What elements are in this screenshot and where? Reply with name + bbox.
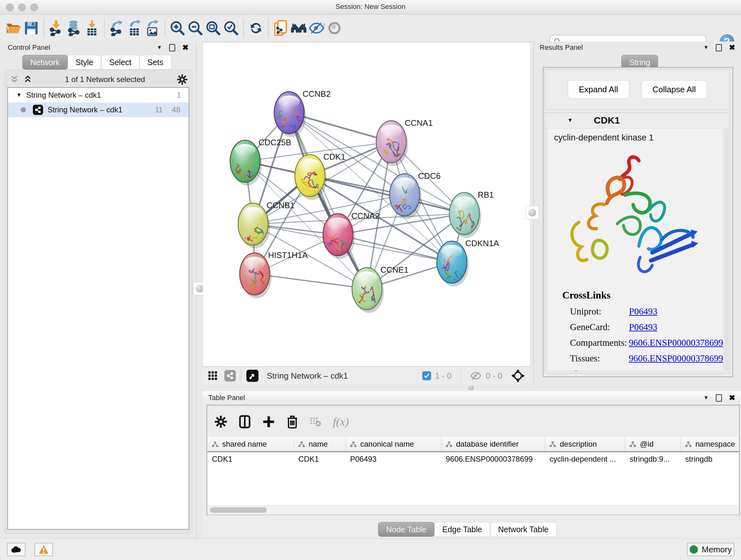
selected-nodes-checkbox[interactable] [422,371,431,380]
node-CCNA2[interactable]: CCNA2 [323,211,380,259]
panel-collapse-icon[interactable]: ▼ [157,44,162,51]
node-CDKN1A[interactable]: CDKN1A [437,239,499,287]
crosslinks-title: CrossLinks [562,290,723,301]
control-tab-network[interactable]: Network [22,55,68,70]
export-image-button[interactable] [144,19,161,37]
show-columns-icon[interactable] [239,415,251,428]
crosslink-link[interactable]: 9606.ENSP00000378699 [629,337,723,348]
node-CDC25B[interactable]: CDC25B [230,138,291,186]
node-CCNA1[interactable]: CCNA1 [376,118,433,166]
node-CCNB2[interactable]: CCNB2 [274,89,331,137]
crosslink-link[interactable]: P06493 [629,369,657,371]
table-cell[interactable]: P06493 [346,452,441,463]
network-options-gear-icon[interactable] [177,74,187,84]
scrollbar-thumb[interactable] [210,507,267,513]
edge-CCNB2-CCNE1[interactable] [289,113,367,289]
add-column-icon[interactable] [263,416,275,428]
function-builder-button[interactable]: f(x) [333,415,349,428]
node-CCNB1[interactable]: CCNB1 [238,200,294,249]
panel-close-icon[interactable]: ✖ [182,44,189,51]
toolbar-separator [243,19,244,37]
export-table-button[interactable] [126,19,144,37]
section-disclosure-icon[interactable]: ▼ [567,117,573,124]
panel-float-icon[interactable] [169,44,175,51]
expand-all-icon[interactable] [23,75,33,84]
delete-column-icon[interactable] [287,415,298,428]
crosslink-link[interactable]: 9606.ENSP00000378699 [629,353,723,364]
table-cell[interactable]: cyclin-dependent ... [545,452,625,463]
table-tab-edge-table[interactable]: Edge Table [434,522,490,537]
refresh-button[interactable] [247,19,265,37]
table-cell[interactable]: CDK1 [294,452,346,463]
column-header-shared-name[interactable]: shared name [207,437,294,451]
delete-table-icon [310,417,321,426]
warnings-button[interactable] [35,543,53,556]
edge-CCNA2-CDKN1A[interactable] [338,235,452,262]
collapse-all-button[interactable]: Collapse All [642,80,707,99]
table-tab-network-table[interactable]: Network Table [490,522,556,537]
node-HIST1H1A[interactable]: HIST1H1A [240,250,308,298]
panel-close-icon[interactable]: ✖ [729,394,735,401]
table-cell[interactable]: stringdb [681,452,739,463]
crosslink-link[interactable]: P06493 [629,322,657,332]
clone-network-button[interactable] [272,19,290,37]
network-collection-row[interactable]: ▼ String Network – cdk1 1 [8,88,189,103]
table-cell[interactable]: 9606.ENSP00000378699 [441,452,545,463]
zoom-out-button[interactable] [186,19,204,37]
zoom-fit-button[interactable] [204,19,222,37]
zoom-in-button[interactable] [169,19,186,37]
panel-float-icon[interactable] [716,44,722,51]
table-tab-node-table[interactable]: Node Table [378,522,434,537]
panel-float-icon[interactable] [716,394,722,401]
table-options-gear-icon[interactable] [215,416,227,428]
collapse-all-icon[interactable] [10,75,19,84]
node-RB1[interactable]: RB1 [449,190,494,238]
node-CCNE1[interactable]: CCNE1 [352,265,408,313]
fit-selection-crosshair-icon[interactable] [511,369,525,382]
control-tab-style[interactable]: Style [68,55,102,70]
expand-all-button[interactable]: Expand All [568,80,629,99]
column-header-id[interactable]: @id [625,437,681,451]
home-string-button[interactable] [290,19,308,37]
column-header-database-identifier[interactable]: database identifier [441,437,545,451]
open-session-button[interactable] [4,19,22,37]
node-section-header[interactable]: ▼ CDK1 [545,113,730,128]
memory-button[interactable]: Memory [687,543,734,556]
column-header-name[interactable]: name [294,437,346,451]
table-row[interactable]: CDK1CDK1P064939606.ENSP00000378699cyclin… [207,452,739,463]
splitter-knob[interactable] [526,206,539,219]
save-session-button[interactable] [22,19,40,37]
results-scrollbar[interactable] [724,128,729,371]
network-graph[interactable]: CCNB2CCNA1CDC25BCDK1CDC6RB1CCNB1CCNA2CDK… [203,43,530,366]
splitter-knob[interactable] [468,386,474,390]
import-network-file-button[interactable] [47,19,65,37]
table-cell[interactable]: CDK1 [207,452,294,463]
table-horizontal-scrollbar[interactable] [207,505,739,515]
column-header-namespace[interactable]: namespace [681,437,739,451]
crosslink-link[interactable]: P06493 [629,306,657,317]
control-tab-sets[interactable]: Sets [139,55,172,70]
control-tab-select[interactable]: Select [101,55,139,70]
import-table-button[interactable] [83,19,101,37]
horizontal-splitter[interactable] [203,385,741,391]
vertical-splitter-left[interactable] [197,42,203,538]
cloud-status-button[interactable] [7,543,25,556]
collection-disclosure-icon[interactable]: ▼ [16,92,22,98]
import-network-database-button[interactable] [65,19,83,37]
network-canvas[interactable]: CCNB2CCNA1CDC25BCDK1CDC6RB1CCNB1CCNA2CDK… [203,43,530,367]
panel-collapse-icon[interactable]: ▼ [703,395,709,401]
node-label-CDKN1A: CDKN1A [465,239,499,248]
panel-collapse-icon[interactable]: ▼ [703,44,709,51]
navigator-icon[interactable] [246,370,259,382]
grid-view-icon[interactable] [208,371,217,380]
column-header-description[interactable]: description [545,437,625,451]
column-header-canonical-name[interactable]: canonical name [346,437,441,451]
hide-unhide-button[interactable] [308,19,326,37]
table-cell[interactable]: stringdb:9... [625,452,681,463]
panel-close-icon[interactable]: ✖ [729,44,735,51]
network-row[interactable]: String Network – cdk1 11 48 [8,103,189,117]
crosslinks-block: CrossLinks Uniprot:P06493GeneCard:P06493… [562,290,723,371]
export-network-button[interactable] [108,19,126,37]
zoom-selected-button[interactable] [222,19,240,37]
network-share-icon[interactable] [224,370,236,381]
